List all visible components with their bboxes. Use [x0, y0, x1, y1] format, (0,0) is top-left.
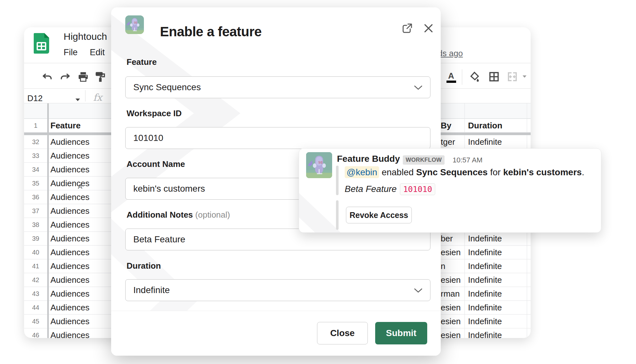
- feature-buddy-app-icon: 98: [125, 15, 144, 34]
- row-number[interactable]: 39: [24, 232, 47, 245]
- cell-enabled-by[interactable]: esien: [441, 246, 461, 259]
- cell-feature[interactable]: Audiences: [50, 259, 89, 273]
- menu-edit[interactable]: Edit: [90, 48, 105, 57]
- redo-icon[interactable]: [60, 71, 71, 82]
- submit-button[interactable]: Submit: [375, 322, 427, 344]
- spreadsheet-title[interactable]: Hightouch: [64, 31, 107, 42]
- svg-text:A: A: [448, 71, 454, 81]
- merge-cells-icon[interactable]: [507, 71, 518, 82]
- cell-enabled-by[interactable]: n: [441, 259, 445, 273]
- duration-select[interactable]: Indefinite: [125, 279, 430, 301]
- cell-feature[interactable]: Audiences: [50, 177, 89, 190]
- row-number[interactable]: 36: [24, 190, 47, 204]
- frozen-column-divider[interactable]: [47, 103, 49, 338]
- toolbar-more-chevron-icon[interactable]: [523, 75, 526, 78]
- feature-select-value: Sync Sequences: [133, 82, 201, 92]
- additional-notes-label: Additional Notes (optional): [127, 210, 230, 220]
- row-number[interactable]: 43: [24, 287, 47, 300]
- name-box[interactable]: D12: [27, 93, 43, 103]
- row-number[interactable]: 35: [24, 177, 47, 190]
- cell-duration[interactable]: Indefinite: [468, 135, 502, 149]
- row-number[interactable]: 32: [24, 135, 47, 149]
- message-text: @kebin enabled Sync Sequences for kebin'…: [345, 167, 584, 178]
- modal-title: Enable a feature: [160, 24, 261, 39]
- workspace-id-input[interactable]: 101010: [125, 127, 430, 149]
- name-box-chevron-icon[interactable]: [75, 99, 80, 101]
- cell-enabled-by[interactable]: ber: [441, 232, 453, 245]
- row-number[interactable]: 42: [24, 273, 47, 287]
- cell-enabled-by[interactable]: esien: [441, 273, 461, 287]
- text-color-icon[interactable]: A: [446, 71, 457, 83]
- row-number[interactable]: 37: [24, 204, 47, 218]
- row-number[interactable]: 41: [24, 259, 47, 273]
- cell-duration[interactable]: Indefinite: [468, 315, 502, 328]
- cell-enabled-by[interactable]: esien: [441, 301, 461, 314]
- cell-feature[interactable]: Audiences: [50, 301, 89, 314]
- cell-enabled-by[interactable]: esien: [441, 328, 461, 338]
- row-number[interactable]: 33: [24, 149, 47, 162]
- header-by[interactable]: By: [441, 119, 451, 132]
- paint-format-icon[interactable]: [95, 71, 106, 82]
- fill-color-icon[interactable]: [469, 71, 480, 82]
- timestamp[interactable]: 10:57 AM: [453, 156, 482, 164]
- row-number[interactable]: 1: [24, 119, 47, 132]
- cell-feature[interactable]: Audiences: [50, 232, 89, 245]
- feature-select[interactable]: Sync Sequences: [125, 76, 430, 98]
- cell-feature[interactable]: Audiences: [50, 218, 89, 231]
- cell-duration[interactable]: Indefinite: [468, 328, 502, 338]
- sender-name[interactable]: Feature Buddy: [337, 154, 400, 164]
- row-number[interactable]: 46: [24, 328, 47, 338]
- print-icon[interactable]: [78, 71, 89, 82]
- borders-icon[interactable]: [489, 71, 499, 82]
- revoke-access-button[interactable]: Revoke Access: [346, 207, 412, 223]
- cell-feature[interactable]: Audiences: [50, 149, 89, 162]
- user-mention[interactable]: @kebin: [345, 166, 379, 178]
- cell-feature[interactable]: Audiences: [50, 163, 89, 176]
- cell-duration[interactable]: Indefinite: [468, 246, 502, 259]
- action-quote-bar: [336, 200, 339, 230]
- account-name-label: Account Name: [127, 159, 185, 169]
- duration-select-value: Indefinite: [133, 285, 170, 295]
- additional-notes-value: Beta Feature: [133, 234, 185, 245]
- workspace-id-label: Workspace ID: [127, 108, 181, 118]
- chevron-down-icon: [414, 82, 422, 92]
- account-name-value: kebin's customers: [133, 184, 205, 194]
- row-number[interactable]: 45: [24, 315, 47, 328]
- cell-feature[interactable]: Audiences: [50, 190, 89, 204]
- menu-file[interactable]: File: [64, 48, 78, 57]
- cell-enabled-by[interactable]: rman: [441, 287, 460, 300]
- row-number[interactable]: 40: [24, 246, 47, 259]
- cell-enabled-by[interactable]: tger: [441, 135, 455, 149]
- open-external-icon[interactable]: [402, 23, 413, 34]
- row-number[interactable]: 34: [24, 163, 47, 176]
- optional-hint: (optional): [195, 210, 230, 220]
- cell-duration[interactable]: Indefinite: [468, 259, 502, 273]
- cell-feature[interactable]: Audiences: [50, 204, 89, 218]
- feature-label: Feature: [127, 57, 157, 67]
- cell-duration[interactable]: Indefinite: [468, 232, 502, 245]
- cell-feature[interactable]: Audiences: [50, 273, 89, 287]
- row-number[interactable]: 44: [24, 301, 47, 314]
- row-number[interactable]: 38: [24, 218, 47, 231]
- close-icon[interactable]: [423, 23, 434, 33]
- cell-duration[interactable]: Indefinite: [468, 287, 502, 300]
- header-duration[interactable]: Duration: [468, 119, 502, 132]
- google-sheets-icon: [34, 33, 49, 54]
- cell-feature[interactable]: Audiences: [50, 246, 89, 259]
- close-button[interactable]: Close: [317, 322, 368, 344]
- cell-feature[interactable]: Audiences: [50, 135, 89, 149]
- last-edit-link[interactable]: ds ago: [438, 48, 463, 58]
- undo-icon[interactable]: [42, 71, 53, 82]
- header-feature[interactable]: Feature: [50, 119, 81, 132]
- formula-fx-icon: fx: [93, 92, 102, 103]
- cell-feature[interactable]: Audiences: [50, 287, 89, 300]
- cell-feature[interactable]: Audiences: [50, 328, 89, 338]
- svg-text:98: 98: [134, 22, 137, 24]
- cell-duration[interactable]: Indefinite: [468, 273, 502, 287]
- chevron-down-icon: [414, 285, 422, 295]
- cell-feature[interactable]: Audiences: [50, 315, 89, 328]
- feature-buddy-avatar[interactable]: 98: [306, 152, 332, 178]
- cell-enabled-by[interactable]: esien: [441, 315, 461, 328]
- cell-duration[interactable]: Indefinite: [468, 301, 502, 314]
- workspace-id-value: 101010: [133, 133, 163, 143]
